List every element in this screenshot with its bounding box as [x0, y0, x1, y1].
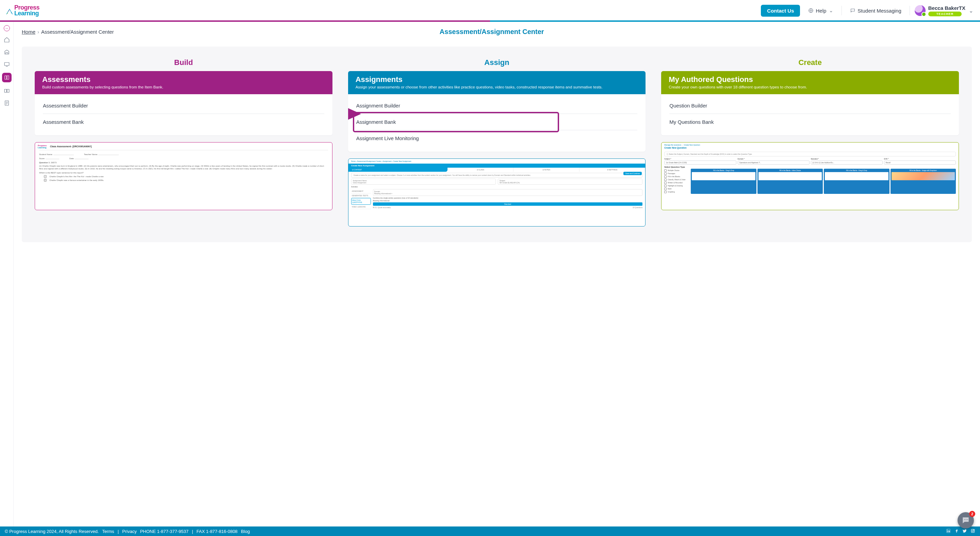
svg-point-2	[11, 12, 11, 13]
student-messaging-link[interactable]: Student Messaging	[846, 6, 904, 15]
svg-point-14	[964, 519, 965, 520]
chevron-down-icon: ⌄	[829, 8, 833, 14]
authored-title: My Authored Questions	[669, 75, 951, 84]
assignment-builder-link[interactable]: Assignment Builder	[356, 98, 638, 114]
svg-point-1	[8, 10, 9, 11]
nav-reports-icon[interactable]	[3, 99, 11, 107]
svg-point-16	[967, 519, 968, 520]
footer-fax: FAX 1-877-816-0808	[196, 529, 237, 534]
chat-bubble-icon	[961, 516, 970, 525]
chevron-down-icon: ⌄	[969, 8, 973, 14]
assessment-builder-link[interactable]: Assessment Builder	[43, 98, 324, 114]
assignment-live-monitoring-link[interactable]: Assignment Live Monitoring	[356, 130, 638, 146]
globe-icon	[808, 8, 814, 13]
facebook-icon[interactable]	[954, 528, 959, 534]
user-menu[interactable]: Becca BakerTX TEACHER ⌄	[915, 5, 973, 16]
nav-assessment-center-icon[interactable]	[2, 73, 11, 82]
column-assign: Assign Assignments Assign your assessmen…	[348, 58, 646, 227]
page-title: Assessment/Assignment Center	[114, 28, 870, 36]
brand-logo[interactable]: Progress Learning	[5, 5, 40, 16]
footer-copyright: © Progress Learning 2024, All Rights Res…	[5, 529, 99, 534]
side-nav: →	[0, 22, 14, 526]
svg-point-0	[7, 13, 8, 13]
user-name: Becca BakerTX	[928, 5, 966, 11]
avatar	[915, 5, 926, 16]
main-content: Home › Assessment/Assignment Center Asse…	[14, 22, 980, 526]
nav-library-icon[interactable]	[3, 87, 11, 95]
logo-mark-icon	[5, 8, 14, 16]
column-build: Build Assessments Build custom assessmen…	[35, 58, 332, 227]
messaging-label: Student Messaging	[858, 8, 901, 14]
chat-fab[interactable]: 2	[958, 512, 974, 528]
assignments-card: Assignments Assign your assessments or c…	[348, 71, 646, 152]
svg-rect-9	[947, 530, 948, 532]
svg-point-15	[966, 519, 966, 520]
assessments-title: Assessments	[42, 75, 325, 84]
chat-notification-badge: 2	[969, 511, 975, 517]
footer-terms[interactable]: Terms	[102, 529, 114, 534]
assessment-preview: ProgressLearning Class Assessment- [DRCK…	[35, 142, 332, 210]
footer: © Progress Learning 2024, All Rights Res…	[0, 526, 980, 536]
footer-phone: PHONE 1-877-377-9537	[140, 529, 189, 534]
footer-blog[interactable]: Blog	[241, 529, 250, 534]
footer-privacy[interactable]: Privacy	[122, 529, 137, 534]
nav-home-icon[interactable]	[3, 36, 11, 44]
twitter-icon[interactable]	[962, 528, 967, 534]
assignment-preview: Home › Assessment/Assignment Center › As…	[348, 159, 646, 227]
contact-us-button[interactable]: Contact Us	[761, 5, 800, 17]
svg-rect-4	[5, 63, 9, 66]
svg-point-10	[947, 530, 948, 530]
user-role-badge: TEACHER	[928, 11, 962, 16]
authored-subtitle: Create your own questions with over 18 d…	[669, 85, 951, 90]
instagram-icon[interactable]	[970, 528, 975, 534]
assessments-card: Assessments Build custom assessments by …	[35, 71, 332, 135]
separator	[910, 6, 910, 15]
assignments-title: Assignments	[356, 75, 638, 84]
breadcrumb-home[interactable]: Home	[22, 29, 35, 35]
linkedin-icon[interactable]	[946, 528, 951, 534]
breadcrumb: Home › Assessment/Assignment Center	[22, 29, 114, 35]
separator	[842, 6, 842, 15]
help-label: Help	[816, 8, 826, 14]
assessments-subtitle: Build custom assessments by selecting qu…	[42, 85, 325, 90]
svg-point-13	[974, 530, 974, 530]
nav-classes-icon[interactable]	[3, 60, 11, 68]
sidebar-expand-toggle[interactable]: →	[4, 25, 10, 31]
nav-school-icon[interactable]	[3, 48, 11, 56]
chevron-right-icon: ›	[37, 29, 39, 35]
chat-icon	[850, 8, 856, 13]
column-create: Create My Authored Questions Create your…	[661, 58, 959, 227]
question-builder-link[interactable]: Question Builder	[669, 98, 951, 114]
assessment-bank-link[interactable]: Assessment Bank	[43, 114, 324, 130]
assignment-bank-link[interactable]: Assignment Bank	[356, 114, 638, 130]
svg-point-12	[972, 530, 974, 531]
assignments-subtitle: Assign your assessments or choose from o…	[356, 85, 638, 90]
create-heading: Create	[661, 58, 959, 67]
assign-heading: Assign	[348, 58, 646, 67]
brand-line2: Learning	[14, 11, 40, 16]
authored-questions-card: My Authored Questions Create your own qu…	[661, 71, 959, 135]
breadcrumb-current: Assessment/Assignment Center	[41, 29, 114, 35]
create-preview: Manage My Questions › Create New Questio…	[661, 142, 959, 210]
build-heading: Build	[35, 58, 332, 67]
help-menu[interactable]: Help ⌄	[805, 6, 837, 15]
my-questions-bank-link[interactable]: My Questions Bank	[669, 114, 951, 130]
